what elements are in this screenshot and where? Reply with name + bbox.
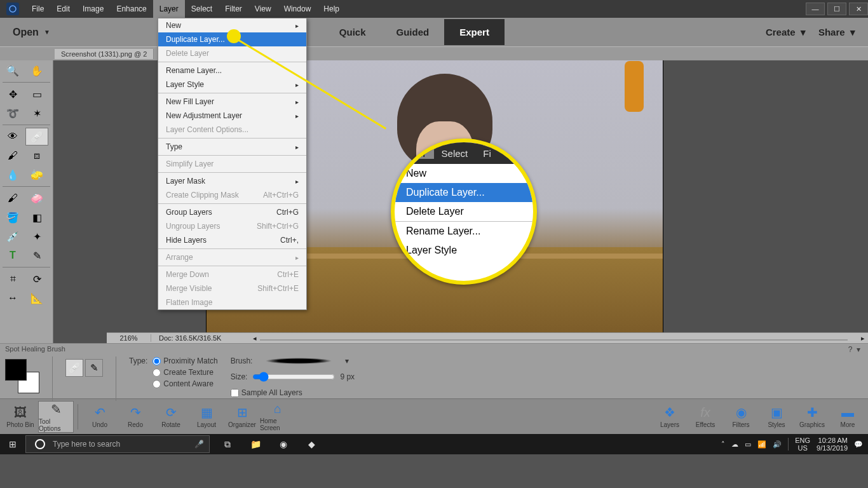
panel-tool-options[interactable]: ✎Tool Options <box>38 401 74 433</box>
help-icon[interactable]: ? ▾ <box>848 345 860 354</box>
recompose-tool[interactable]: ⟳ <box>25 270 48 288</box>
hand-tool[interactable]: ✋ <box>25 62 48 79</box>
tray-language[interactable]: ENGUS <box>795 437 810 452</box>
panel-photo-bin[interactable]: 🖼Photo Bin <box>3 401 38 433</box>
spot-healing-tool[interactable]: 🩹 <box>25 128 48 146</box>
menu-item-hide-layers[interactable]: Hide LayersCtrl+, <box>158 233 306 247</box>
gradient-tool[interactable]: ◧ <box>25 208 48 226</box>
radio-proximity[interactable]: Proximity Match <box>153 356 217 365</box>
zoom-tool[interactable]: 🔍 <box>1 62 24 79</box>
open-button[interactable]: Open▼ <box>0 27 63 38</box>
tray-clock[interactable]: 10:28 AM9/13/2019 <box>817 437 848 452</box>
clone-stamp-tool[interactable]: ⧈ <box>25 147 48 165</box>
zoom-value[interactable]: 216% <box>107 334 151 342</box>
healing-brush-variant[interactable]: ✎ <box>85 359 103 377</box>
document-tab[interactable]: Screenshot (1331).png @ 2 <box>55 49 154 59</box>
quick-select-tool[interactable]: ✶ <box>25 104 48 122</box>
task-view-icon[interactable]: ⧉ <box>215 435 240 453</box>
create-button[interactable]: Create ▾ <box>766 27 806 38</box>
foreground-color-swatch[interactable] <box>5 359 27 381</box>
window-minimize-button[interactable]: — <box>806 3 825 15</box>
tray-up-icon[interactable]: ˄ <box>721 440 725 449</box>
sponge-tool[interactable]: 🧽 <box>25 166 48 184</box>
file-explorer-icon[interactable]: 📁 <box>243 435 268 453</box>
blur-tool[interactable]: 💧 <box>1 166 24 184</box>
radio-content-aware[interactable]: Content Aware <box>153 379 217 388</box>
crop-tool[interactable]: ⌗ <box>1 270 24 288</box>
menu-edit[interactable]: Edit <box>50 0 76 18</box>
mode-quick[interactable]: Quick <box>324 19 381 45</box>
tray-wifi-icon[interactable]: 📶 <box>757 440 766 449</box>
menu-item-new-adjustment-layer[interactable]: New Adjustment Layer▸ <box>158 109 306 123</box>
menu-help[interactable]: Help <box>317 0 346 18</box>
mic-icon[interactable]: 🎤 <box>194 440 204 449</box>
size-slider[interactable] <box>252 372 335 382</box>
spot-healing-variant[interactable]: 🩹 <box>65 359 83 377</box>
scroll-right-button[interactable]: ▸ <box>858 334 868 342</box>
panel-home[interactable]: ⌂Home Screen <box>260 401 295 433</box>
app-icon <box>0 3 25 15</box>
window-close-button[interactable]: ✕ <box>849 3 868 15</box>
move-tool[interactable]: ✥ <box>1 85 24 103</box>
menu-item-group-layers[interactable]: Group LayersCtrl+G <box>158 205 306 219</box>
panel-filters[interactable]: ◉Filters <box>723 401 759 433</box>
scroll-left-button[interactable]: ◂ <box>250 334 260 342</box>
menu-view[interactable]: View <box>248 0 278 18</box>
annotation-dot <box>227 29 241 43</box>
panel-effects[interactable]: fxEffects <box>688 401 723 433</box>
menu-image[interactable]: Image <box>76 0 110 18</box>
redeye-tool[interactable]: 👁 <box>1 128 24 146</box>
straighten-tool[interactable]: 📐 <box>25 289 48 307</box>
menu-item-layer-style[interactable]: Layer Style▸ <box>158 78 306 92</box>
mode-guided[interactable]: Guided <box>381 19 445 45</box>
lasso-tool[interactable]: ➰ <box>1 104 24 122</box>
tray-onedrive-icon[interactable]: ☁ <box>731 440 738 449</box>
content-move-tool[interactable]: ↔ <box>1 289 24 307</box>
menu-filter[interactable]: Filter <box>219 0 248 18</box>
color-swatches[interactable] <box>5 359 39 393</box>
taskbar-search[interactable]: Type here to search 🎤 <box>25 435 210 453</box>
panel-redo[interactable]: ↷Redo <box>118 401 153 433</box>
eyedropper-tool[interactable]: 💉 <box>1 227 24 245</box>
radio-texture[interactable]: Create Texture <box>153 368 217 377</box>
panel-layout[interactable]: ▦Layout <box>189 401 224 433</box>
menu-item-type[interactable]: Type▸ <box>158 140 306 154</box>
tray-notifications-icon[interactable]: 💬 <box>854 440 863 449</box>
menu-enhance[interactable]: Enhance <box>110 0 153 18</box>
menu-item-layer-mask[interactable]: Layer Mask▸ <box>158 174 306 188</box>
brush-preview[interactable] <box>257 357 340 365</box>
menu-select[interactable]: Select <box>185 0 219 18</box>
eraser-tool[interactable]: 🧼 <box>25 189 48 207</box>
menu-bar: File Edit Image Enhance Layer Select Fil… <box>0 0 868 18</box>
marquee-tool[interactable]: ▭ <box>25 85 48 103</box>
menu-file[interactable]: File <box>25 0 50 18</box>
sample-all-layers-checkbox[interactable]: Sample All Layers <box>231 388 355 397</box>
menu-window[interactable]: Window <box>278 0 318 18</box>
panel-undo[interactable]: ↶Undo <box>82 401 118 433</box>
paint-bucket-tool[interactable]: 🪣 <box>1 208 24 226</box>
panel-styles[interactable]: ▣Styles <box>759 401 794 433</box>
panel-graphics[interactable]: ✚Graphics <box>794 401 830 433</box>
panel-organizer[interactable]: ⊞Organizer <box>224 401 260 433</box>
tray-volume-icon[interactable]: 🔊 <box>773 440 782 449</box>
shape-tool[interactable]: ✦ <box>25 227 48 245</box>
menu-item-rename-layer-[interactable]: Rename Layer... <box>158 64 306 78</box>
start-button[interactable]: ⊞ <box>0 439 25 449</box>
panel-more[interactable]: ▬More <box>830 401 865 433</box>
menu-layer[interactable]: Layer <box>153 0 185 18</box>
smart-brush-tool[interactable]: 🖌 <box>1 147 24 165</box>
tray-battery-icon[interactable]: ▭ <box>745 440 751 449</box>
menu-item-new-fill-layer[interactable]: New Fill Layer▸ <box>158 95 306 109</box>
pencil-tool[interactable]: ✎ <box>25 247 48 264</box>
type-tool[interactable]: T <box>1 247 24 264</box>
panel-rotate[interactable]: ⟳Rotate <box>153 401 189 433</box>
chrome-icon[interactable]: ◉ <box>271 435 296 453</box>
mode-expert[interactable]: Expert <box>444 19 505 45</box>
panel-layers[interactable]: ❖Layers <box>652 401 688 433</box>
window-maximize-button[interactable]: ☐ <box>827 3 846 15</box>
brush-tool[interactable]: 🖌 <box>1 189 24 207</box>
tool-options-bar: Spot Healing Brush ? ▾ 🩹 ✎ Type: Proximi… <box>0 343 868 398</box>
brush-dropdown-caret[interactable]: ▾ <box>345 356 349 365</box>
pse-icon[interactable]: ◆ <box>299 435 324 453</box>
share-button[interactable]: Share ▾ <box>818 27 855 38</box>
